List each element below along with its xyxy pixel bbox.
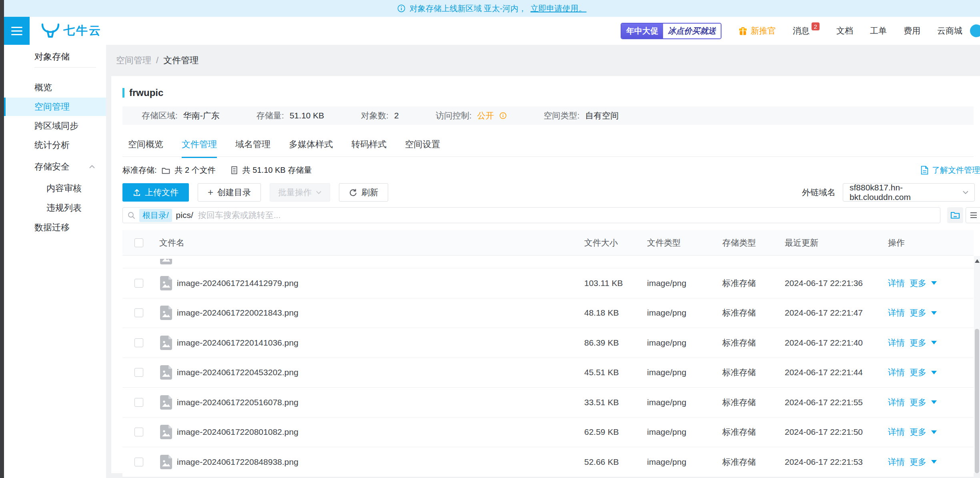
breadcrumb-parent[interactable]: 空间管理 bbox=[116, 54, 151, 66]
detail-link[interactable]: 详情 bbox=[888, 456, 905, 468]
detail-link[interactable]: 详情 bbox=[888, 367, 905, 378]
sidebar-item-overview[interactable]: 概览 bbox=[4, 78, 106, 97]
file-management-help-link[interactable]: 了解文件管理 bbox=[920, 165, 980, 176]
more-link[interactable]: 更多 bbox=[910, 367, 926, 378]
sidebar-item-content-review[interactable]: 内容审核 bbox=[4, 179, 106, 198]
info-circle-icon[interactable] bbox=[499, 112, 507, 119]
image-file-icon bbox=[159, 424, 173, 440]
banner-text: 对象存储上线新区域 亚太-河内， bbox=[409, 3, 526, 14]
more-link[interactable]: 更多 bbox=[910, 278, 926, 289]
upload-icon bbox=[133, 188, 141, 196]
file-type: image/png bbox=[647, 308, 722, 318]
domain-select-value: sf880k817.hn-bkt.clouddn.com bbox=[850, 183, 962, 202]
banner-apply-link[interactable]: 立即申请使用。 bbox=[531, 3, 587, 14]
sidebar-item-storage-security[interactable]: 存储安全 bbox=[4, 158, 106, 176]
sidebar-item-statistics[interactable]: 统计分析 bbox=[4, 136, 106, 154]
nav-item-billing[interactable]: 费用 bbox=[904, 25, 920, 36]
domain-select[interactable]: sf880k817.hn-bkt.clouddn.com bbox=[843, 183, 975, 202]
caret-down-icon[interactable] bbox=[931, 400, 937, 404]
detail-link[interactable]: 详情 bbox=[888, 307, 905, 318]
qiniu-logo[interactable]: 七牛云 bbox=[41, 17, 102, 45]
doc-icon bbox=[920, 166, 929, 175]
caret-down-icon[interactable] bbox=[931, 460, 937, 464]
refresh-button[interactable]: 刷新 bbox=[339, 183, 388, 202]
more-link[interactable]: 更多 bbox=[910, 426, 926, 438]
external-domain-group: 外链域名 sf880k817.hn-bkt.clouddn.com bbox=[802, 183, 975, 202]
sidebar-item-violation-list[interactable]: 违规列表 bbox=[4, 199, 106, 217]
folder-icon bbox=[162, 167, 170, 174]
caret-down-icon[interactable] bbox=[931, 281, 937, 285]
file-type: image/png bbox=[647, 457, 722, 467]
last-updated: 2024-06-17 22:21:50 bbox=[785, 427, 888, 437]
sidebar-divider bbox=[34, 67, 96, 68]
avatar[interactable] bbox=[970, 24, 980, 37]
header-last-updated: 最近更新 bbox=[785, 237, 888, 248]
file-size: 62.59 KB bbox=[584, 427, 647, 437]
file-search-bar[interactable]: 根目录/ pics/ bbox=[122, 207, 940, 223]
plus-icon: + bbox=[208, 188, 213, 196]
more-link[interactable]: 更多 bbox=[910, 337, 926, 348]
row-checkbox[interactable] bbox=[134, 368, 143, 377]
summary-prefix: 标准存储: bbox=[122, 165, 157, 176]
file-name: image-20240617220453202.png bbox=[177, 368, 299, 377]
tab-transcode-styles[interactable]: 转码样式 bbox=[351, 138, 387, 157]
search-input[interactable] bbox=[197, 210, 935, 220]
detail-link[interactable]: 详情 bbox=[888, 397, 905, 408]
caret-down-icon[interactable] bbox=[931, 430, 937, 434]
file-name: image-20240617220141036.png bbox=[177, 338, 299, 348]
caret-down-icon[interactable] bbox=[931, 371, 937, 374]
tab-bucket-overview[interactable]: 空间概览 bbox=[128, 138, 163, 157]
detail-link[interactable]: 详情 bbox=[888, 278, 905, 289]
file-name: image-20240617220021843.png bbox=[177, 308, 299, 318]
file-size: 45.51 KB bbox=[584, 368, 647, 377]
table-row: image-20240617214412979.png 103.11 KB im… bbox=[122, 268, 974, 298]
root-directory-tag[interactable]: 根目录/ bbox=[139, 209, 172, 222]
header-file-name: 文件名 bbox=[159, 237, 584, 248]
detail-link[interactable]: 详情 bbox=[888, 426, 905, 438]
file-name: image-20240617220848938.png bbox=[177, 457, 299, 467]
row-checkbox[interactable] bbox=[134, 279, 143, 288]
row-checkbox[interactable] bbox=[134, 308, 143, 317]
sidebar-item-bucket-management[interactable]: 空间管理 bbox=[4, 98, 106, 116]
batch-operation-button[interactable]: 批量操作 bbox=[270, 183, 330, 202]
caret-down-icon[interactable] bbox=[931, 311, 937, 315]
list-view-button[interactable] bbox=[966, 207, 980, 223]
row-checkbox[interactable] bbox=[134, 458, 143, 466]
tab-multimedia-styles[interactable]: 多媒体样式 bbox=[289, 138, 333, 157]
image-file-icon bbox=[159, 394, 173, 410]
nav-item-referral[interactable]: 新推官 bbox=[738, 25, 776, 36]
nav-item-messages[interactable]: 消息 2 bbox=[793, 25, 820, 36]
table-row: image-20240617220141036.png 86.39 KB ima… bbox=[122, 328, 974, 358]
row-checkbox[interactable] bbox=[134, 428, 143, 436]
promo-banner[interactable]: 年中大促 冰点价买就送 bbox=[621, 23, 721, 39]
clipped-scrolled-row bbox=[122, 256, 974, 268]
nav-item-marketplace[interactable]: 云商城 bbox=[937, 25, 962, 36]
scrollbar-thumb[interactable] bbox=[975, 329, 979, 473]
row-checkbox[interactable] bbox=[134, 338, 143, 347]
select-all-checkbox[interactable] bbox=[134, 238, 143, 247]
create-directory-button[interactable]: + 创建目录 bbox=[198, 183, 261, 202]
scroll-up-icon[interactable] bbox=[975, 259, 980, 263]
hamburger-menu-button[interactable] bbox=[4, 17, 30, 45]
image-file-icon bbox=[159, 275, 173, 291]
tab-bucket-settings[interactable]: 空间设置 bbox=[405, 138, 440, 157]
more-link[interactable]: 更多 bbox=[910, 456, 926, 468]
breadcrumb: 空间管理 / 文件管理 bbox=[116, 54, 198, 66]
sidebar-item-cross-region-sync[interactable]: 跨区域同步 bbox=[4, 117, 106, 135]
tab-domain-management[interactable]: 域名管理 bbox=[235, 138, 271, 157]
upload-file-button[interactable]: 上传文件 bbox=[122, 183, 189, 202]
folder-view-button[interactable] bbox=[947, 207, 963, 223]
more-link[interactable]: 更多 bbox=[910, 397, 926, 408]
row-checkbox[interactable] bbox=[134, 398, 143, 407]
caret-down-icon[interactable] bbox=[931, 341, 937, 344]
sidebar-item-data-migration[interactable]: 数据迁移 bbox=[4, 218, 106, 237]
header-actions: 操作 bbox=[888, 237, 974, 248]
detail-link[interactable]: 详情 bbox=[888, 337, 905, 348]
table-scrollbar[interactable] bbox=[974, 256, 980, 473]
tab-file-management[interactable]: 文件管理 bbox=[182, 138, 217, 158]
gift-icon bbox=[738, 26, 748, 36]
nav-item-docs[interactable]: 文档 bbox=[836, 25, 853, 36]
more-link[interactable]: 更多 bbox=[910, 307, 926, 318]
summary-file-count: 共 2 个文件 bbox=[175, 165, 216, 176]
nav-item-tickets[interactable]: 工单 bbox=[870, 25, 887, 36]
